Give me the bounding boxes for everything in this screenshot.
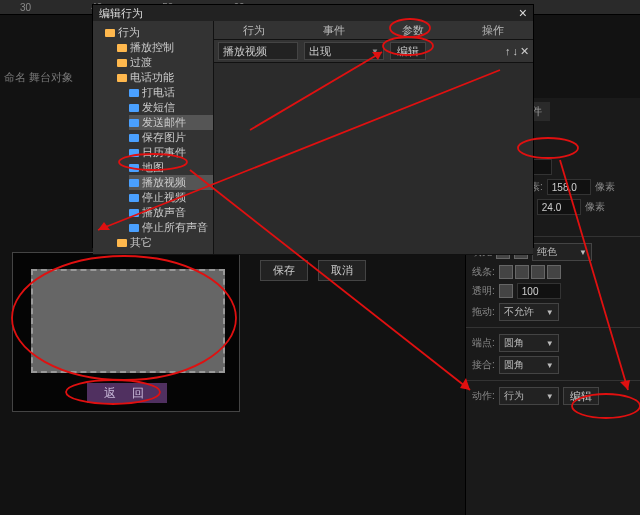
tree-root[interactable]: 行为 [105, 25, 213, 40]
save-button[interactable]: 保存 [260, 260, 308, 281]
top-field[interactable]: 24.0 [537, 199, 581, 215]
tree-item[interactable]: 播放声音 [129, 205, 213, 220]
ruler-tick: 30 [20, 2, 31, 13]
close-icon[interactable]: × [519, 5, 527, 21]
behavior-content [214, 63, 533, 254]
tree-group[interactable]: 播放控制 [117, 40, 213, 55]
tree-group[interactable]: 其它 [117, 235, 213, 250]
dialog-titlebar[interactable]: 编辑行为 × [93, 5, 533, 21]
event-select[interactable]: 出现▼ [304, 42, 384, 60]
action-icon [129, 164, 139, 172]
behavior-row: 播放视频 出现▼ 编辑 ↑ ↓ ✕ [214, 40, 533, 63]
tree-group[interactable]: 电话功能 [117, 70, 213, 85]
tab-behavior[interactable]: 行为 [214, 21, 294, 39]
action-select[interactable]: 行为▼ [499, 387, 559, 405]
action-icon [129, 149, 139, 157]
opacity-swatch[interactable] [499, 284, 513, 298]
tree-item[interactable]: 停止视频 [129, 190, 213, 205]
action-icon [129, 104, 139, 112]
tree-item[interactable]: 打电话 [129, 85, 213, 100]
folder-icon [117, 44, 127, 52]
action-icon [129, 194, 139, 202]
stage-object-label: 命名 舞台对象 [4, 70, 73, 85]
cancel-button[interactable]: 取消 [318, 260, 366, 281]
dialog-title: 编辑行为 [99, 6, 143, 21]
tab-params[interactable]: 参数 [374, 21, 454, 39]
behavior-tree[interactable]: 行为 播放控制 过渡 电话功能 打电话 发短信 发送邮件 保存图片 日历事件 地… [93, 21, 214, 254]
tree-item[interactable]: 发短信 [129, 100, 213, 115]
fill-mode-select[interactable]: 纯色▼ [532, 243, 592, 261]
tree-item[interactable]: 地图 [129, 160, 213, 175]
tab-event[interactable]: 事件 [294, 21, 374, 39]
move-up-icon[interactable]: ↑ [505, 45, 511, 58]
row-ops: ↑ ↓ ✕ [505, 45, 529, 58]
delete-icon[interactable]: ✕ [520, 45, 529, 58]
chevron-down-icon: ▼ [371, 47, 379, 56]
join-select[interactable]: 圆角▼ [499, 356, 559, 374]
tree-item[interactable]: 日历事件 [129, 145, 213, 160]
folder-icon [117, 59, 127, 67]
tree-item[interactable]: 停止所有声音 [129, 220, 213, 235]
action-icon [129, 134, 139, 142]
behavior-tabs: 行为 事件 参数 操作 [214, 21, 533, 40]
action-icon [129, 89, 139, 97]
tab-operate[interactable]: 操作 [453, 21, 533, 39]
height-field[interactable]: 158.0 [547, 179, 591, 195]
action-icon [129, 209, 139, 217]
tree-group[interactable]: 过渡 [117, 55, 213, 70]
tree-item-selected[interactable]: 播放视频 [129, 175, 213, 190]
edit-behavior-dialog: 编辑行为 × 行为 播放控制 过渡 电话功能 打电话 发短信 发送邮件 保存图片… [92, 4, 534, 248]
move-down-icon[interactable]: ↓ [513, 45, 519, 58]
action-icon [129, 119, 139, 127]
folder-icon [105, 29, 115, 37]
action-icon [129, 179, 139, 187]
cap-select[interactable]: 圆角▼ [499, 334, 559, 352]
back-button[interactable]: 返 回 [87, 383, 167, 403]
action-edit-button[interactable]: 编辑 [563, 387, 599, 405]
tree-item[interactable]: 保存图片 [129, 130, 213, 145]
folder-icon [117, 239, 127, 247]
drag-select[interactable]: 不允许▼ [499, 303, 559, 321]
tree-item[interactable]: 发送邮件 [129, 115, 213, 130]
folder-icon [117, 74, 127, 82]
behavior-select[interactable]: 播放视频 [218, 42, 298, 60]
edit-button[interactable]: 编辑 [390, 42, 426, 60]
action-icon [129, 224, 139, 232]
